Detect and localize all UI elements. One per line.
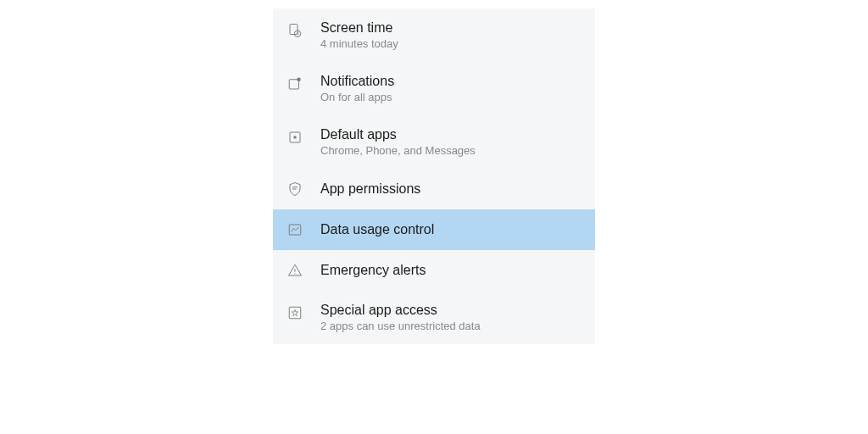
- settings-item-title: Screen time: [320, 20, 398, 36]
- svg-rect-0: [290, 25, 298, 35]
- settings-item-title: Data usage control: [320, 222, 434, 237]
- settings-item-subtitle: 2 apps can use unrestricted data: [320, 320, 481, 332]
- settings-item-title: Special app access: [320, 303, 481, 318]
- settings-item-screen-time[interactable]: Screen time 4 minutes today: [273, 8, 595, 62]
- svg-rect-2: [289, 80, 298, 89]
- settings-item-special-app-access[interactable]: Special app access 2 apps can use unrest…: [273, 291, 595, 344]
- clock-icon: [287, 22, 303, 39]
- settings-panel: Screen time 4 minutes today Notification…: [273, 8, 595, 344]
- default-apps-icon: [287, 129, 303, 146]
- star-icon: [287, 304, 303, 321]
- chart-icon: [287, 221, 303, 238]
- settings-item-title: Emergency alerts: [320, 263, 426, 278]
- notification-icon: [287, 75, 303, 92]
- settings-item-default-apps[interactable]: Default apps Chrome, Phone, and Messages: [273, 115, 595, 169]
- settings-item-data-usage-control[interactable]: Data usage control: [273, 209, 595, 250]
- settings-item-subtitle: Chrome, Phone, and Messages: [320, 144, 476, 157]
- svg-point-3: [297, 78, 301, 82]
- settings-item-subtitle: 4 minutes today: [320, 37, 398, 50]
- settings-item-title: Notifications: [320, 74, 394, 89]
- settings-item-app-permissions[interactable]: App permissions: [273, 169, 595, 209]
- shield-icon: [287, 181, 303, 198]
- settings-item-subtitle: On for all apps: [320, 91, 394, 103]
- settings-item-title: App permissions: [320, 181, 420, 197]
- settings-item-notifications[interactable]: Notifications On for all apps: [273, 62, 595, 115]
- svg-point-7: [294, 273, 295, 274]
- alert-icon: [287, 262, 303, 279]
- settings-item-title: Default apps: [320, 127, 476, 142]
- svg-rect-5: [294, 136, 297, 139]
- settings-item-emergency-alerts[interactable]: Emergency alerts: [273, 250, 595, 291]
